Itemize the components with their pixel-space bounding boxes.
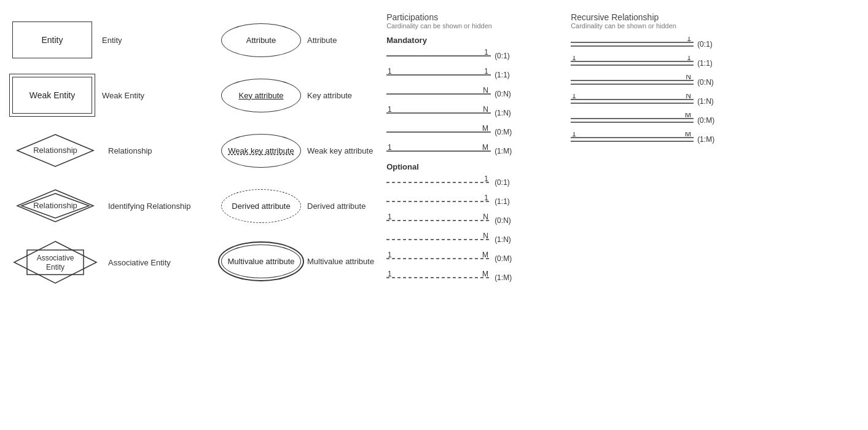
recursive-row-2: 1 1 (1:1)	[571, 55, 743, 72]
mandatory-row-2: 1 1 (1:1)	[386, 66, 558, 84]
entity-shape-label: Entity	[41, 35, 63, 45]
recursive-panel: Recursive Relationship Cardinality can b…	[558, 12, 743, 418]
svg-text:1: 1	[388, 213, 392, 221]
rec-line-container-2: 1 1	[571, 57, 694, 69]
svg-text:M: M	[482, 125, 488, 133]
optional-line-4-icon: N	[386, 232, 491, 247]
recursive-line-6-icon: 1 M	[571, 132, 694, 147]
participations-panel: Participations Cardinality can be shown …	[374, 12, 558, 418]
svg-text:N: N	[483, 106, 488, 114]
weak-key-attribute-shape-label: Weak key attribute	[228, 146, 294, 155]
mandatory-row-4: 1 N (1:N)	[386, 104, 558, 122]
optional-line-6-icon: 1 M	[386, 270, 491, 285]
derived-attribute-label: Derived attribute	[307, 201, 366, 211]
optional-notation-2: (1:1)	[495, 197, 510, 206]
mandatory-line-1-icon: 1	[386, 49, 491, 63]
mandatory-heading: Mandatory	[386, 36, 558, 45]
attribute-label: Attribute	[307, 36, 337, 45]
weak-entity-shape-label: Weak Entity	[29, 90, 75, 100]
optional-heading: Optional	[386, 162, 558, 171]
recursive-row-3: N (0:N)	[571, 74, 743, 91]
rec-line-container-3: N	[571, 76, 694, 88]
part-line-container-4: 1 N	[386, 107, 491, 119]
mandatory-line-4-icon: 1 N	[386, 106, 491, 120]
svg-text:1: 1	[484, 194, 488, 202]
svg-text:1: 1	[572, 56, 576, 62]
svg-text:M: M	[685, 132, 691, 138]
recursive-notation-2: (1:1)	[697, 59, 713, 68]
entity-label: Entity	[102, 36, 176, 45]
part-line-container-6: 1 M	[386, 145, 491, 157]
recursive-row-5: M (0:M)	[571, 112, 743, 129]
optional-line-5-icon: 1 M	[386, 251, 491, 266]
identifying-relationship-label: Identifying Relationship	[108, 201, 190, 211]
mandatory-row-1: 1 (0:1)	[386, 47, 558, 64]
recursive-line-5-icon: M	[571, 113, 694, 128]
svg-text:M: M	[482, 251, 488, 259]
recursive-row-1: 1 (0:1)	[571, 36, 743, 53]
identifying-relationship-diamond-icon: Relationship	[15, 187, 95, 224]
part-line-container-5: M	[386, 126, 491, 138]
relationship-diamond-icon: Relationship	[15, 133, 95, 168]
weak-entity-row: Weak Entity Weak Entity	[6, 68, 215, 123]
attribute-row: Attribute Attribute	[221, 12, 374, 68]
recursive-notation-6: (1:M)	[697, 135, 714, 144]
shapes-panel: Entity Entity Weak Entity Weak Entity Re…	[6, 12, 215, 418]
mandatory-notation-4: (1:N)	[495, 109, 511, 117]
part-line-container-2: 1 1	[386, 69, 491, 81]
svg-text:M: M	[482, 270, 488, 278]
svg-text:Entity: Entity	[46, 263, 65, 272]
svg-text:1: 1	[572, 94, 576, 100]
mandatory-notation-1: (0:1)	[495, 52, 510, 60]
svg-text:M: M	[482, 144, 488, 152]
weak-key-attribute-row: Weak key attribute Weak key attribute	[221, 123, 374, 178]
mandatory-notation-5: (0:M)	[495, 128, 512, 136]
mandatory-notation-3: (0:N)	[495, 90, 511, 98]
mandatory-notation-2: (1:1)	[495, 71, 510, 79]
recursive-notation-1: (0:1)	[697, 40, 713, 49]
derived-attribute-row: Derived attribute Derived attribute	[221, 178, 374, 233]
svg-text:N: N	[483, 232, 488, 240]
entity-shape: Entity	[12, 22, 92, 58]
attribute-shape: Attribute	[221, 23, 301, 57]
mandatory-line-2-icon: 1 1	[386, 68, 491, 82]
recursive-line-4-icon: 1 N	[571, 94, 694, 109]
optional-notation-1: (0:1)	[495, 178, 510, 187]
participations-title: Participations	[386, 12, 558, 22]
recursive-notation-3: (0:N)	[697, 78, 714, 87]
identifying-relationship-shape: Relationship	[12, 187, 98, 224]
recursive-notation-5: (0:M)	[697, 116, 714, 125]
optional-row-4: N (1:N)	[386, 231, 558, 248]
key-attribute-label: Key attribute	[307, 91, 352, 100]
relationship-row: Relationship Relationship	[6, 123, 215, 178]
associative-entity-diamond-icon: Associative Entity	[12, 240, 98, 286]
recursive-title: Recursive Relationship	[571, 12, 743, 22]
svg-marker-5	[14, 241, 96, 283]
optional-line-2-icon: 1	[386, 194, 491, 209]
rec-line-container-4: 1 N	[571, 95, 694, 108]
key-attribute-shape: Key attribute	[221, 79, 301, 112]
opt-line-container-6: 1 M	[386, 272, 491, 284]
weak-entity-shape: Weak Entity	[12, 77, 92, 114]
mandatory-row-5: M (0:M)	[386, 123, 558, 141]
participations-subtitle: Cardinality can be shown or hidden	[386, 22, 558, 29]
key-attribute-row: Key attribute Key attribute	[221, 68, 374, 123]
mandatory-row-6: 1 M (1:M)	[386, 143, 558, 160]
part-line-container-3: N	[386, 88, 491, 100]
optional-notation-6: (1:M)	[495, 273, 512, 282]
svg-text:1: 1	[484, 49, 488, 57]
optional-row-6: 1 M (1:M)	[386, 269, 558, 286]
svg-text:N: N	[483, 213, 488, 221]
svg-text:1: 1	[687, 37, 691, 43]
multivalue-attribute-shape-label: Multivalue attribute	[227, 257, 294, 266]
optional-notation-5: (0:M)	[495, 254, 512, 263]
svg-text:1: 1	[572, 132, 576, 138]
recursive-subtitle: Cardinality can be shown or hidden	[571, 22, 743, 29]
weak-key-attribute-shape: Weak key attribute	[221, 134, 301, 168]
associative-entity-label: Associative Entity	[108, 258, 182, 267]
svg-text:1: 1	[388, 106, 392, 114]
weak-key-attribute-label: Weak key attribute	[307, 146, 373, 155]
multivalue-attribute-label: Multivalue attribute	[307, 257, 374, 266]
svg-text:1: 1	[388, 144, 392, 152]
optional-row-1: 1 (0:1)	[386, 174, 558, 191]
